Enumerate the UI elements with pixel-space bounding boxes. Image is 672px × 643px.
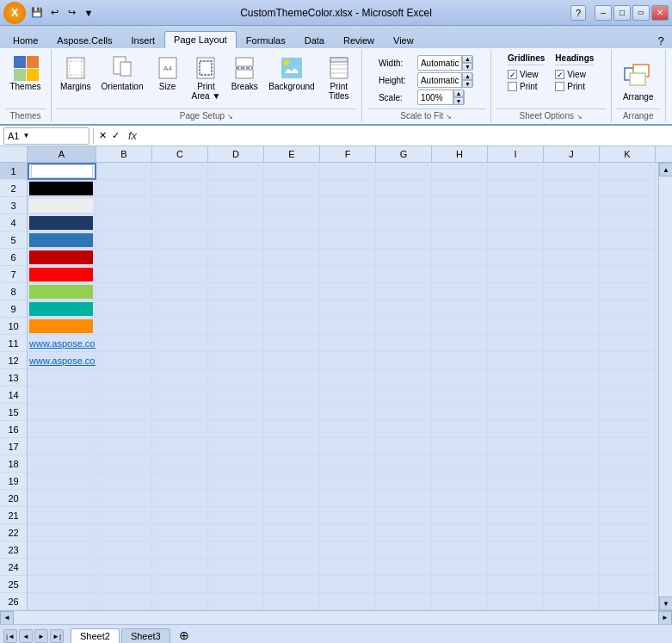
cell-G13[interactable]: [376, 369, 432, 386]
cell-G18[interactable]: [376, 455, 432, 473]
cell-G5[interactable]: [376, 232, 432, 249]
row-num-19[interactable]: 19: [0, 473, 27, 490]
cell-I1[interactable]: [488, 163, 544, 180]
cell-J6[interactable]: [544, 249, 600, 266]
cell-A4[interactable]: [28, 214, 96, 232]
cell-H25[interactable]: [432, 576, 488, 593]
cell-E1[interactable]: [264, 163, 320, 180]
cell-C12[interactable]: [152, 352, 208, 369]
cell-D10[interactable]: [208, 318, 264, 335]
cell-I25[interactable]: [488, 576, 544, 593]
cell-F7[interactable]: [320, 266, 376, 283]
cell-B21[interactable]: [96, 507, 152, 524]
cell-G24[interactable]: [376, 559, 432, 576]
cell-C13[interactable]: [152, 369, 208, 386]
cell-D4[interactable]: [208, 214, 264, 232]
cell-H19[interactable]: [432, 473, 488, 490]
cell-I26[interactable]: [488, 593, 544, 610]
themes-button[interactable]: Themes: [5, 52, 45, 95]
cell-E23[interactable]: [264, 541, 320, 559]
cell-G2[interactable]: [376, 180, 432, 197]
cell-I5[interactable]: [488, 232, 544, 249]
cell-A24[interactable]: [28, 559, 96, 576]
cell-A5[interactable]: [28, 232, 96, 249]
cell-I14[interactable]: [488, 386, 544, 404]
cell-J18[interactable]: [544, 455, 600, 473]
orientation-button[interactable]: Orientation: [98, 52, 147, 94]
row-num-20[interactable]: 20: [0, 490, 27, 507]
cell-G21[interactable]: [376, 507, 432, 524]
cell-K11[interactable]: [600, 335, 656, 352]
cancel-formula-btn[interactable]: ✕: [97, 130, 108, 141]
cell-E4[interactable]: [264, 214, 320, 232]
scroll-down-btn[interactable]: ▼: [659, 597, 672, 610]
cell-B2[interactable]: [96, 180, 152, 197]
cell-I15[interactable]: [488, 404, 544, 421]
col-header-j[interactable]: J: [544, 146, 600, 162]
cell-J4[interactable]: [544, 214, 600, 232]
cell-H9[interactable]: [432, 300, 488, 318]
cell-H2[interactable]: [432, 180, 488, 197]
cell-I24[interactable]: [488, 559, 544, 576]
cell-A26[interactable]: [28, 593, 96, 610]
cell-H22[interactable]: [432, 524, 488, 541]
cell-K26[interactable]: [600, 593, 656, 610]
cell-K2[interactable]: [600, 180, 656, 197]
print-area-button[interactable]: PrintArea ▼: [188, 52, 225, 103]
cell-F16[interactable]: [320, 421, 376, 438]
row-num-17[interactable]: 17: [0, 438, 27, 455]
cell-C9[interactable]: [152, 300, 208, 318]
cell-C22[interactable]: [152, 524, 208, 541]
row-num-5[interactable]: 5: [0, 232, 27, 249]
gridlines-view-checkbox[interactable]: [508, 70, 517, 79]
cell-J3[interactable]: [544, 197, 600, 214]
undo-quick-btn[interactable]: ↩: [46, 5, 62, 21]
cell-A3[interactable]: [28, 197, 96, 214]
col-header-g[interactable]: G: [376, 146, 432, 162]
cell-D17[interactable]: [208, 438, 264, 455]
cell-D23[interactable]: [208, 541, 264, 559]
cell-B5[interactable]: [96, 232, 152, 249]
cell-A25[interactable]: [28, 576, 96, 593]
tab-last-btn[interactable]: ►|: [50, 629, 64, 643]
tab-view[interactable]: View: [384, 32, 423, 48]
cell-E17[interactable]: [264, 438, 320, 455]
cell-B19[interactable]: [96, 473, 152, 490]
cell-E18[interactable]: [264, 455, 320, 473]
tab-insert[interactable]: Insert: [122, 32, 165, 48]
cell-B26[interactable]: [96, 593, 152, 610]
cell-A14[interactable]: [28, 386, 96, 404]
cell-J20[interactable]: [544, 490, 600, 507]
arrange-button[interactable]: Arrange: [617, 55, 660, 105]
sheet-options-dialog-launcher[interactable]: ↘: [576, 113, 583, 121]
cell-G14[interactable]: [376, 386, 432, 404]
cell-H23[interactable]: [432, 541, 488, 559]
cell-E2[interactable]: [264, 180, 320, 197]
cell-A20[interactable]: [28, 490, 96, 507]
cell-C14[interactable]: [152, 386, 208, 404]
cell-J11[interactable]: [544, 335, 600, 352]
cell-F22[interactable]: [320, 524, 376, 541]
col-header-h[interactable]: H: [432, 146, 488, 162]
cell-A13[interactable]: [28, 369, 96, 386]
gridlines-print-checkbox[interactable]: [508, 82, 517, 91]
cell-H15[interactable]: [432, 404, 488, 421]
cell-C4[interactable]: [152, 214, 208, 232]
tab-review[interactable]: Review: [334, 32, 384, 48]
row-num-8[interactable]: 8: [0, 283, 27, 300]
row-num-21[interactable]: 21: [0, 507, 27, 524]
cell-D26[interactable]: [208, 593, 264, 610]
scroll-right-btn[interactable]: ►: [658, 611, 672, 625]
cell-D12[interactable]: [208, 352, 264, 369]
cell-G7[interactable]: [376, 266, 432, 283]
cell-F14[interactable]: [320, 386, 376, 404]
cell-K20[interactable]: [600, 490, 656, 507]
cell-H3[interactable]: [432, 197, 488, 214]
cell-E7[interactable]: [264, 266, 320, 283]
cell-I19[interactable]: [488, 473, 544, 490]
cell-K4[interactable]: [600, 214, 656, 232]
row-num-11[interactable]: 11: [0, 335, 27, 352]
cell-G8[interactable]: [376, 283, 432, 300]
cell-F25[interactable]: [320, 576, 376, 593]
cell-H21[interactable]: [432, 507, 488, 524]
